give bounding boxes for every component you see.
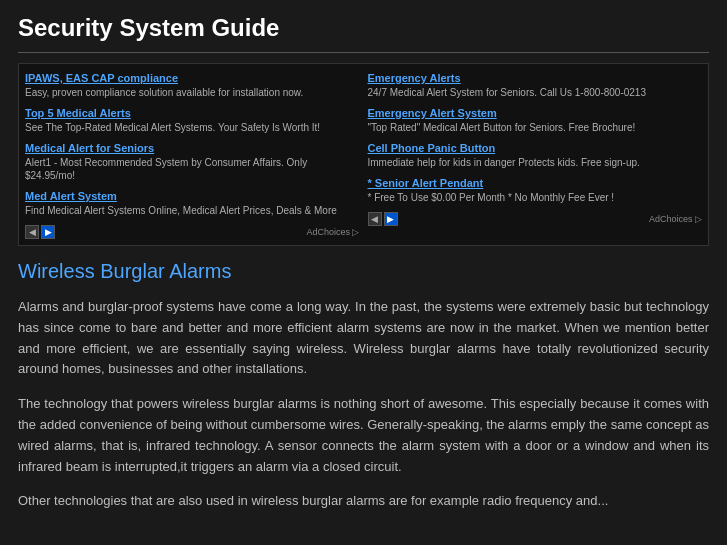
ad-column-left: IPAWS, EAS CAP compliance Easy, proven c…: [25, 72, 360, 239]
ad-nav-right: ◀ ▶: [368, 212, 398, 226]
ad-link-r3[interactable]: Cell Phone Panic Button: [368, 142, 703, 154]
ad-choices-left: AdChoices ▷: [306, 227, 359, 237]
ad-footer-right: ◀ ▶ AdChoices ▷: [368, 212, 703, 226]
paragraph-3: Other technologies that are also used in…: [18, 491, 709, 512]
paragraph-2: The technology that powers wireless burg…: [18, 394, 709, 477]
ad-footer-left: ◀ ▶ AdChoices ▷: [25, 225, 360, 239]
page-title: Security System Guide: [18, 14, 709, 42]
paragraph-1: Alarms and burglar-proof systems have co…: [18, 297, 709, 380]
ad-prev-left[interactable]: ◀: [25, 225, 39, 239]
ad-link-4[interactable]: Med Alert System: [25, 190, 360, 202]
ad-link-r4[interactable]: * Senior Alert Pendant: [368, 177, 703, 189]
ad-desc-3: Alert1 - Most Recommended System by Cons…: [25, 156, 360, 182]
ad-link-3[interactable]: Medical Alert for Seniors: [25, 142, 360, 154]
ad-desc-r1: 24/7 Medical Alert System for Seniors. C…: [368, 86, 703, 99]
ad-desc-2: See The Top-Rated Medical Alert Systems.…: [25, 121, 360, 134]
ad-desc-4: Find Medical Alert Systems Online, Medic…: [25, 204, 360, 217]
ad-prev-right[interactable]: ◀: [368, 212, 382, 226]
ads-container: IPAWS, EAS CAP compliance Easy, proven c…: [18, 63, 709, 246]
ad-link-1[interactable]: IPAWS, EAS CAP compliance: [25, 72, 360, 84]
ad-desc-r3: Immediate help for kids in danger Protec…: [368, 156, 703, 169]
ad-link-r1[interactable]: Emergency Alerts: [368, 72, 703, 84]
ad-column-right: Emergency Alerts 24/7 Medical Alert Syst…: [368, 72, 703, 239]
page-header: Security System Guide: [0, 0, 727, 52]
ad-nav-left: ◀ ▶: [25, 225, 55, 239]
ad-link-r2[interactable]: Emergency Alert System: [368, 107, 703, 119]
ad-link-2[interactable]: Top 5 Medical Alerts: [25, 107, 360, 119]
ad-desc-r4: * Free To Use $0.00 Per Month * No Month…: [368, 191, 703, 204]
ad-desc-1: Easy, proven compliance solution availab…: [25, 86, 360, 99]
ad-choices-right: AdChoices ▷: [649, 214, 702, 224]
ad-next-right[interactable]: ▶: [384, 212, 398, 226]
ad-next-left[interactable]: ▶: [41, 225, 55, 239]
content-area: Wireless Burglar Alarms Alarms and burgl…: [18, 260, 709, 512]
ad-desc-r2: "Top Rated" Medical Alert Button for Sen…: [368, 121, 703, 134]
section-title: Wireless Burglar Alarms: [18, 260, 709, 283]
